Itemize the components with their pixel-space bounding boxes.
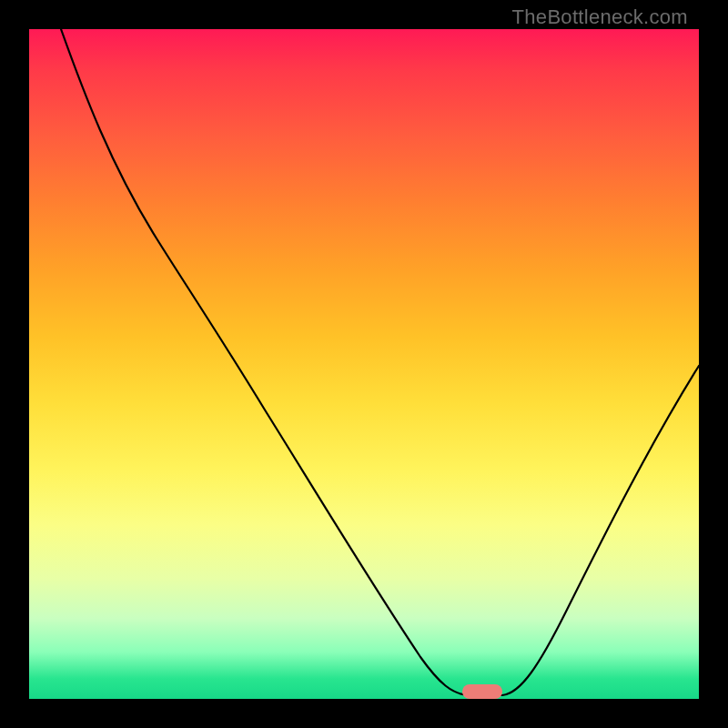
watermark-text: TheBottleneck.com — [512, 5, 688, 29]
bottleneck-chart — [29, 29, 699, 699]
bottleneck-curve — [29, 29, 699, 699]
optimal-marker — [462, 684, 502, 699]
curve-path — [61, 29, 699, 695]
chart-frame: TheBottleneck.com — [0, 0, 728, 728]
